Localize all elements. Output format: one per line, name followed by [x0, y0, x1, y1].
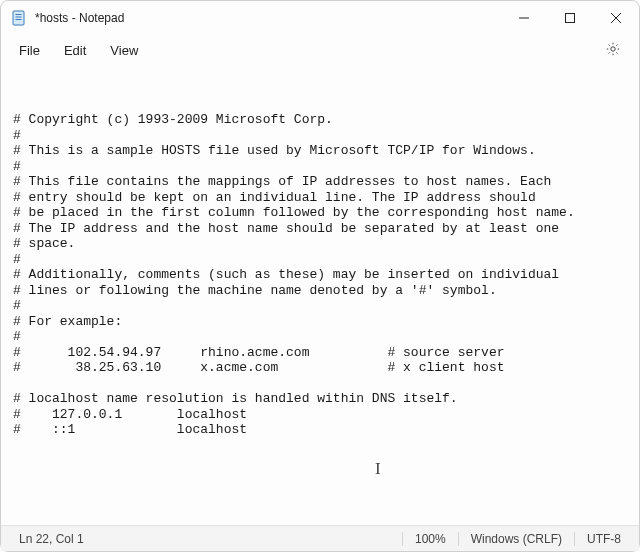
close-button[interactable]	[593, 1, 639, 35]
status-line-ending: Windows (CRLF)	[459, 532, 574, 546]
settings-button[interactable]	[595, 37, 631, 65]
text-editor[interactable]: # Copyright (c) 1993-2009 Microsoft Corp…	[1, 67, 639, 525]
menu-file[interactable]: File	[9, 39, 50, 62]
notepad-icon	[11, 10, 27, 26]
titlebar: *hosts - Notepad	[1, 1, 639, 35]
status-zoom: 100%	[403, 532, 458, 546]
window-title: *hosts - Notepad	[35, 11, 124, 25]
menubar: File Edit View	[1, 35, 639, 67]
svg-rect-5	[566, 14, 575, 23]
statusbar: Ln 22, Col 1 100% Windows (CRLF) UTF-8	[1, 525, 639, 551]
minimize-button[interactable]	[501, 1, 547, 35]
editor-content[interactable]: # Copyright (c) 1993-2009 Microsoft Corp…	[13, 112, 627, 438]
svg-rect-0	[13, 11, 24, 25]
maximize-button[interactable]	[547, 1, 593, 35]
gear-icon	[605, 41, 621, 57]
app-window: *hosts - Notepad File Edit View	[0, 0, 640, 552]
text-cursor-icon: I	[375, 461, 381, 477]
status-encoding: UTF-8	[575, 532, 633, 546]
menu-view[interactable]: View	[100, 39, 148, 62]
svg-point-8	[611, 46, 615, 50]
menu-edit[interactable]: Edit	[54, 39, 96, 62]
status-position: Ln 22, Col 1	[7, 532, 96, 546]
